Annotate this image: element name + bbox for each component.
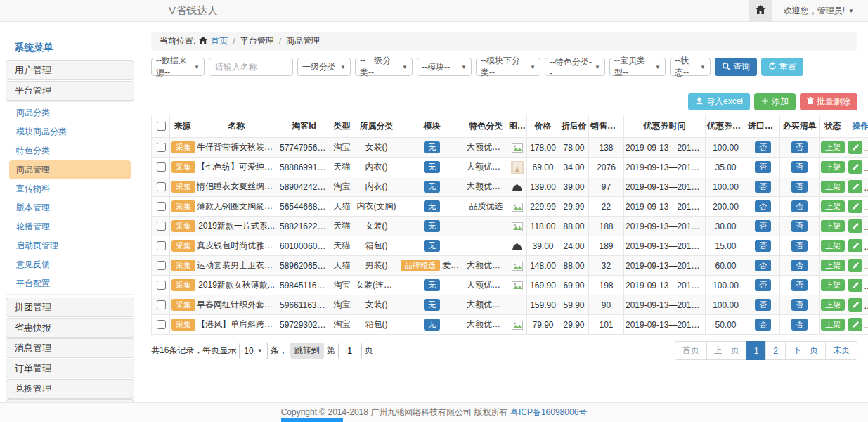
import-excel-button[interactable]: 导入excel bbox=[688, 93, 750, 110]
icp-link[interactable]: 粤ICP备16098006号 bbox=[510, 407, 587, 418]
must-buy-toggle[interactable]: 否 bbox=[791, 161, 808, 174]
import-select-toggle[interactable]: 否 bbox=[755, 260, 771, 272]
sidebar-item-6[interactable]: 轮播管理 bbox=[9, 217, 131, 236]
sidebar-item-9[interactable]: 平台配置 bbox=[9, 274, 131, 293]
row-checkbox[interactable] bbox=[157, 162, 166, 172]
sidebar-item-4[interactable]: 宣传物料 bbox=[9, 179, 131, 198]
edit-button[interactable] bbox=[848, 239, 862, 252]
pager-first[interactable]: 首页 bbox=[675, 341, 707, 360]
import-select-toggle[interactable]: 否 bbox=[755, 279, 771, 292]
must-buy-toggle[interactable]: 否 bbox=[791, 260, 808, 272]
sidebar-item-1[interactable]: 模块商品分类 bbox=[9, 122, 131, 141]
sidebar-bottom-section-1[interactable]: 省惠快报 bbox=[6, 318, 134, 338]
must-buy-toggle[interactable]: 否 bbox=[791, 141, 808, 154]
status-toggle[interactable]: 上架 bbox=[821, 161, 845, 174]
edit-button[interactable] bbox=[848, 279, 862, 292]
import-select-toggle[interactable]: 否 bbox=[755, 240, 771, 252]
sidebar-bottom-section-4[interactable]: 兑换管理 bbox=[6, 379, 134, 399]
status-toggle[interactable]: 上架 bbox=[821, 200, 845, 213]
row-checkbox[interactable] bbox=[157, 241, 166, 250]
filter-module[interactable]: --模块--▼ bbox=[417, 58, 472, 76]
row-checkbox[interactable] bbox=[157, 222, 166, 231]
price: 169.90 bbox=[527, 276, 559, 295]
sidebar-bottom-section-3[interactable]: 订单管理 bbox=[6, 359, 134, 378]
edit-button[interactable] bbox=[848, 141, 862, 154]
row-checkbox[interactable] bbox=[157, 143, 166, 152]
sidebar-item-5[interactable]: 版本管理 bbox=[9, 198, 131, 217]
import-select-toggle[interactable]: 否 bbox=[755, 181, 771, 193]
row-checkbox[interactable] bbox=[157, 281, 166, 290]
pager-page-1[interactable]: 1 bbox=[746, 341, 767, 360]
sidebar-item-3[interactable]: 商品管理 bbox=[9, 160, 131, 179]
reset-button[interactable]: 重置 bbox=[761, 58, 803, 76]
import-select-toggle[interactable]: 否 bbox=[755, 220, 771, 233]
must-buy-toggle[interactable]: 否 bbox=[791, 319, 808, 331]
batch-delete-button[interactable]: 批量删除 bbox=[800, 93, 857, 110]
search-button[interactable]: 查询 bbox=[715, 58, 757, 76]
import-select-toggle[interactable]: 否 bbox=[755, 319, 771, 331]
product-name: 2019新款女秋薄款... bbox=[195, 276, 278, 295]
must-buy-toggle[interactable]: 否 bbox=[791, 279, 808, 292]
jump-button[interactable]: 跳转到 bbox=[290, 343, 324, 359]
sidebar-section-0[interactable]: 用户管理 bbox=[6, 60, 134, 80]
must-buy-toggle[interactable]: 否 bbox=[791, 220, 808, 233]
edit-button[interactable] bbox=[848, 298, 862, 312]
sidebar-bottom-section-0[interactable]: 拼团管理 bbox=[6, 298, 134, 317]
edit-button[interactable] bbox=[848, 160, 862, 174]
edit-button[interactable] bbox=[848, 318, 862, 331]
filter-level1-category[interactable]: 一级分类▼ bbox=[297, 58, 351, 76]
row-checkbox[interactable] bbox=[157, 202, 166, 211]
pager-next[interactable]: 下一页 bbox=[785, 341, 826, 360]
sidebar-item-7[interactable]: 启动页管理 bbox=[9, 236, 131, 255]
filter-module-subcategory[interactable]: --模块下分类--▼ bbox=[476, 58, 540, 76]
page-number-input[interactable] bbox=[338, 343, 362, 359]
sidebar-item-0[interactable]: 商品分类 bbox=[9, 103, 131, 122]
edit-button[interactable] bbox=[848, 259, 862, 272]
sidebar-item-2[interactable]: 特色分类 bbox=[9, 141, 131, 160]
row-checkbox[interactable] bbox=[157, 182, 166, 191]
row-checkbox[interactable] bbox=[157, 300, 166, 309]
status-toggle[interactable]: 上架 bbox=[821, 181, 845, 193]
user-menu[interactable]: 欢迎您，管理员! ▼ bbox=[772, 0, 868, 21]
must-buy-toggle[interactable]: 否 bbox=[791, 299, 808, 312]
breadcrumb-home-link[interactable]: 首页 bbox=[211, 35, 228, 47]
status-toggle[interactable]: 上架 bbox=[821, 260, 845, 272]
status-toggle[interactable]: 上架 bbox=[821, 319, 845, 331]
must-buy-toggle[interactable]: 否 bbox=[791, 181, 808, 193]
select-all-checkbox[interactable] bbox=[157, 122, 166, 131]
filter-name-input[interactable] bbox=[209, 58, 293, 76]
page-size-select[interactable]: 10 ▼ bbox=[239, 343, 267, 359]
status-toggle[interactable]: 上架 bbox=[821, 279, 845, 292]
row-checkbox[interactable] bbox=[157, 320, 166, 329]
row-checkbox[interactable] bbox=[157, 261, 166, 270]
must-buy-toggle[interactable]: 否 bbox=[791, 200, 808, 213]
filter-feature-category[interactable]: --特色分类--▼ bbox=[545, 58, 605, 76]
sidebar-section-1[interactable]: 平台管理 bbox=[6, 81, 134, 101]
status-toggle[interactable]: 上架 bbox=[821, 220, 845, 233]
edit-button[interactable] bbox=[848, 219, 862, 233]
filter-data-source[interactable]: --数据来源--▼ bbox=[151, 58, 205, 76]
filter-status[interactable]: --状态--▼ bbox=[670, 58, 711, 76]
import-select-toggle[interactable]: 否 bbox=[755, 200, 771, 213]
row-select-cell bbox=[152, 236, 170, 256]
edit-button[interactable] bbox=[848, 200, 862, 213]
sidebar-bottom-section-2[interactable]: 消息管理 bbox=[6, 338, 134, 358]
status-toggle[interactable]: 上架 bbox=[821, 141, 845, 154]
import-select-toggle[interactable]: 否 bbox=[755, 141, 771, 154]
feature-category: 大额优惠券 bbox=[465, 158, 507, 177]
edit-button[interactable] bbox=[848, 180, 862, 193]
status-toggle[interactable]: 上架 bbox=[821, 299, 845, 312]
filter-level2-category[interactable]: --二级分类--▼ bbox=[355, 58, 413, 76]
add-button[interactable]: 添加 bbox=[754, 93, 796, 110]
pager-prev[interactable]: 上一页 bbox=[706, 341, 747, 360]
must-buy-toggle[interactable]: 否 bbox=[791, 240, 808, 252]
filter-item-type[interactable]: --宝贝类型--▼ bbox=[609, 58, 666, 76]
import-select-toggle[interactable]: 否 bbox=[755, 161, 771, 174]
status-toggle[interactable]: 上架 bbox=[821, 240, 845, 252]
home-button[interactable] bbox=[749, 0, 772, 21]
sidebar-item-8[interactable]: 意见反馈 bbox=[9, 255, 131, 274]
pager-last[interactable]: 末页 bbox=[825, 341, 857, 360]
import-select-toggle[interactable]: 否 bbox=[755, 299, 771, 312]
pager-page-2[interactable]: 2 bbox=[765, 341, 786, 360]
search-icon bbox=[722, 62, 730, 72]
